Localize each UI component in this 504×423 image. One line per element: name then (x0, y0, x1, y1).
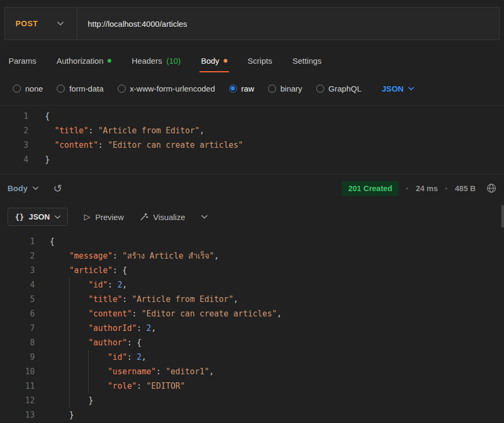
code-line: 10 "username": "editor1", (0, 365, 504, 379)
response-meta-bar: Body ↺ 201 Created 24 ms 485 B (0, 174, 504, 202)
line-number: 13 (0, 408, 50, 422)
indent-guide (88, 379, 108, 394)
play-icon: ▷ (84, 212, 90, 222)
status-badge: 201 Created (342, 181, 399, 196)
indent-guide (69, 365, 88, 379)
line-number: 10 (0, 365, 50, 379)
line-number: 5 (0, 292, 50, 307)
indent-guide (69, 379, 88, 394)
line-number: 1 (0, 109, 45, 124)
body-type-graphql[interactable]: GraphQL (316, 84, 362, 93)
indent-guide (88, 350, 108, 365)
indent-guide (69, 321, 88, 336)
indent-guide (69, 307, 88, 321)
tab-scripts[interactable]: Scripts (248, 49, 272, 72)
api-client-window: POST ParamsAuthorizationHeaders(10)BodyS… (0, 7, 504, 423)
indent-guide (69, 292, 88, 307)
request-url-bar: POST (4, 7, 500, 40)
line-number: 7 (0, 321, 50, 336)
preview-button[interactable]: ▷ Preview (84, 212, 124, 222)
tab-authorization[interactable]: Authorization (57, 49, 112, 72)
url-input[interactable] (77, 19, 499, 28)
code-line: 8 "author": { (0, 336, 504, 350)
code-line: 6 "content": "Editor can create articles… (0, 307, 504, 321)
chevron-down-icon (55, 215, 60, 219)
line-number: 11 (0, 379, 50, 394)
response-stats: 201 Created 24 ms 485 B (342, 181, 497, 196)
body-type-form-data[interactable]: form-data (57, 84, 103, 93)
radio-icon (13, 85, 21, 93)
scrollbar[interactable] (501, 205, 504, 228)
code-line: 12 } (0, 394, 504, 408)
body-type-raw[interactable]: raw (229, 84, 254, 93)
body-type-none[interactable]: none (13, 84, 43, 93)
code-line: 13 } (0, 408, 504, 422)
line-number: 8 (0, 336, 50, 350)
language-label: JSON (382, 84, 404, 93)
method-selector[interactable]: POST (5, 7, 77, 40)
line-number: 9 (0, 350, 50, 365)
format-label: JSON (29, 213, 50, 221)
body-type-x-www-form-urlencoded[interactable]: x-www-form-urlencoded (118, 84, 215, 93)
body-type-label: binary (280, 84, 302, 93)
response-time: 24 ms (416, 184, 438, 193)
code-line: 1{ (0, 235, 504, 249)
line-number: 4 (0, 153, 45, 167)
tab-body[interactable]: Body (201, 49, 227, 72)
code-line: 11 "role": "EDITOR" (0, 379, 504, 394)
response-format-selector[interactable]: {} JSON (7, 208, 68, 226)
indent-guide (69, 336, 88, 350)
indent-guide (88, 365, 108, 379)
indent-guide (69, 350, 88, 365)
indent-guide (69, 394, 88, 408)
request-code[interactable]: 1{2 "title": "Article from Editor",3 "co… (0, 105, 504, 169)
request-tabs: ParamsAuthorizationHeaders(10)BodyScript… (0, 49, 504, 72)
code-line: 2 "message": "สร้าง Article สำเร็จ", (0, 249, 504, 263)
line-number: 3 (0, 138, 45, 153)
tab-count: (10) (166, 56, 181, 65)
chevron-down-icon[interactable] (201, 215, 208, 219)
code-line: 3 "content": "Editor can create articles… (0, 138, 504, 153)
radio-icon (229, 85, 237, 93)
response-size: 485 B (455, 184, 476, 193)
body-type-row: noneform-datax-www-form-urlencodedrawbin… (13, 79, 504, 98)
code-line: 3 "article": { (0, 263, 504, 278)
radio-icon (316, 85, 324, 93)
braces-icon: {} (15, 213, 24, 221)
body-type-label: x-www-form-urlencoded (130, 84, 215, 93)
tab-label: Authorization (57, 56, 104, 65)
line-number: 2 (0, 124, 45, 138)
tab-params[interactable]: Params (9, 49, 36, 72)
code-line: 4 "id": 2, (0, 278, 504, 292)
tab-headers[interactable]: Headers(10) (132, 49, 180, 72)
body-type-label: GraphQL (329, 84, 362, 93)
code-line: 1{ (0, 109, 504, 124)
response-body-label: Body (7, 184, 28, 193)
line-number: 3 (0, 263, 50, 278)
tab-status-dot (224, 59, 227, 63)
body-type-options: noneform-datax-www-form-urlencodedrawbin… (13, 84, 362, 93)
globe-icon[interactable] (486, 183, 497, 193)
response-toolbar: {} JSON ▷ Preview Visualize (0, 202, 504, 231)
history-icon[interactable]: ↺ (54, 183, 63, 194)
radio-icon (57, 85, 65, 93)
language-selector[interactable]: JSON (382, 84, 415, 93)
chevron-down-icon (33, 186, 39, 190)
response-code[interactable]: 1{2 "message": "สร้าง Article สำเร็จ",3 … (0, 231, 504, 423)
tab-label: Params (9, 56, 36, 65)
chevron-down-icon (57, 21, 64, 26)
code-line: 9 "id": 2, (0, 350, 504, 365)
radio-icon (118, 85, 126, 93)
separator-dot (406, 187, 408, 190)
method-label: POST (16, 19, 38, 28)
line-number: 1 (0, 235, 50, 249)
visualize-button[interactable]: Visualize (140, 213, 185, 222)
body-type-label: none (25, 84, 43, 93)
line-number: 12 (0, 394, 50, 408)
response-body-tab[interactable]: Body (7, 184, 39, 193)
line-number: 6 (0, 307, 50, 321)
tab-label: Scripts (248, 56, 272, 65)
wand-icon (140, 213, 148, 221)
tab-settings[interactable]: Settings (293, 49, 322, 72)
body-type-binary[interactable]: binary (268, 84, 302, 93)
